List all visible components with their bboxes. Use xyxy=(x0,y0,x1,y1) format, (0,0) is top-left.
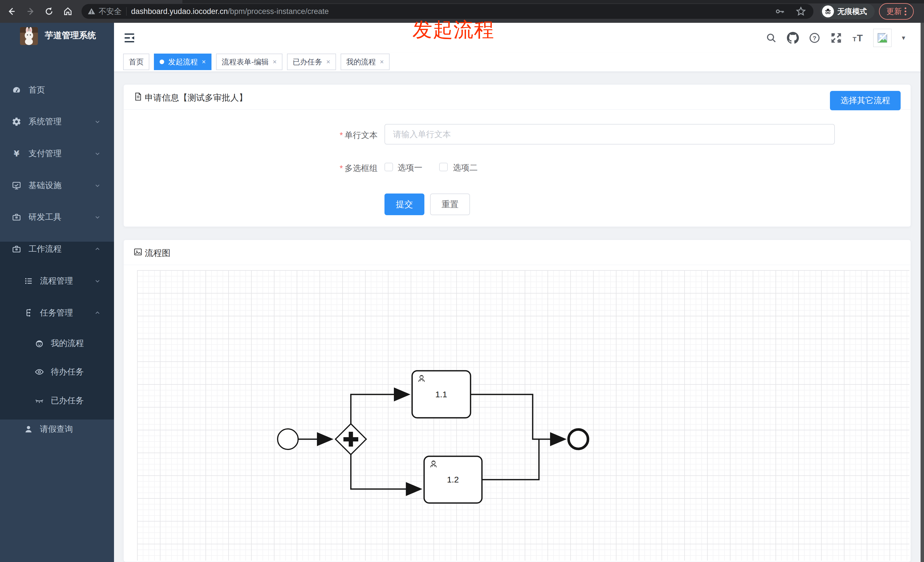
sidebar: 芋道管理系统 首页系统管理¥支付管理基础设施研发工具工作流程流程管理任务管理我的… xyxy=(0,23,114,562)
svg-text:T: T xyxy=(853,36,857,43)
choose-other-process-button[interactable]: 选择其它流程 xyxy=(830,91,901,110)
broken-image-icon xyxy=(876,32,888,44)
browser-active-tab[interactable] xyxy=(0,0,182,3)
view-tabs-bar: 首页发起流程×流程表单-编辑×已办任务×我的流程× xyxy=(114,53,924,72)
help-icon[interactable]: ? xyxy=(808,31,821,44)
eye-closed-icon xyxy=(34,396,45,406)
tab-close-icon[interactable]: × xyxy=(380,58,384,66)
view-tab-label: 发起流程 xyxy=(168,57,198,67)
view-tab-label: 已办任务 xyxy=(293,57,322,67)
sidebar-item-label: 任务管理 xyxy=(40,307,73,319)
chevron-down-icon xyxy=(94,182,101,189)
browser-menu-icon[interactable] xyxy=(904,7,906,15)
view-tab-1[interactable]: 首页 xyxy=(123,54,149,70)
view-tab-label: 首页 xyxy=(129,57,144,67)
submit-button[interactable]: 提交 xyxy=(384,193,424,215)
flow-diagram-card: 流程图 xyxy=(123,240,911,562)
back-icon[interactable] xyxy=(6,6,16,16)
tab-close-icon[interactable]: × xyxy=(273,58,277,66)
avatar-caret-icon[interactable]: ▼ xyxy=(901,35,906,41)
list-icon xyxy=(23,276,34,286)
dashboard-icon xyxy=(11,85,22,95)
search-icon[interactable] xyxy=(765,31,777,44)
user-icon xyxy=(23,424,34,434)
apply-info-card: 申请信息【测试多审批人】 选择其它流程 *单行文本 *多选框组 选项一 选项二 … xyxy=(123,84,911,227)
app-title: 芋道管理系统 xyxy=(45,30,96,41)
logo-row[interactable]: 芋道管理系统 xyxy=(0,25,114,46)
window-scrollbar-strip[interactable] xyxy=(921,23,924,562)
home-icon[interactable] xyxy=(63,6,73,16)
checkbox-option-2-label[interactable]: 选项二 xyxy=(453,162,478,174)
picture-icon xyxy=(134,247,142,258)
forward-icon[interactable] xyxy=(26,6,36,16)
eye-icon xyxy=(34,367,45,377)
svg-text:¥: ¥ xyxy=(14,149,20,159)
sidebar-item-5[interactable]: 研发工具 xyxy=(0,201,114,233)
font-size-icon[interactable]: TT xyxy=(852,31,864,44)
task-1-1-label: 1.1 xyxy=(435,390,447,399)
bookmark-star-icon[interactable] xyxy=(795,6,807,17)
browser-tabstrip xyxy=(0,0,924,3)
chevron-up-icon xyxy=(94,246,101,252)
sidebar-item-1[interactable]: 首页 xyxy=(0,74,114,106)
sidebar-item-7[interactable]: 流程管理 xyxy=(0,265,114,297)
sidebar-item-12[interactable]: 请假查询 xyxy=(0,413,114,445)
view-tab-label: 流程表单-编辑 xyxy=(222,57,269,67)
flow-diagram-title: 流程图 xyxy=(145,247,170,259)
logo-image xyxy=(20,27,38,45)
incognito-badge: 无痕模式 xyxy=(820,4,875,19)
checkbox-option-1-label[interactable]: 选项一 xyxy=(398,162,422,174)
incognito-icon xyxy=(822,5,834,17)
sidebar-item-label: 系统管理 xyxy=(28,116,62,127)
sidebar-item-8[interactable]: 任务管理 xyxy=(0,297,114,329)
sidebar-collapse-icon[interactable] xyxy=(124,33,135,43)
chevron-down-icon xyxy=(94,118,101,125)
warning-icon xyxy=(87,7,96,16)
view-tab-3[interactable]: 流程表单-编辑× xyxy=(216,54,282,70)
sidebar-item-3[interactable]: ¥支付管理 xyxy=(0,138,114,169)
bpmn-user-task-1-1[interactable]: 1.1 xyxy=(412,371,471,418)
checkbox-option-1[interactable] xyxy=(384,163,393,171)
flow-diagram-header: 流程图 xyxy=(124,240,910,265)
bpmn-parallel-gateway[interactable] xyxy=(336,424,366,454)
update-button[interactable]: 更新 xyxy=(879,3,914,19)
toolbox-icon xyxy=(11,212,22,222)
sidebar-item-6[interactable]: 工作流程 xyxy=(0,233,114,265)
sidebar-item-10[interactable]: 待办任务 xyxy=(0,356,114,388)
flow-gateway-task1 xyxy=(351,394,408,424)
avatar[interactable] xyxy=(873,29,891,47)
sidebar-item-2[interactable]: 系统管理 xyxy=(0,106,114,138)
sidebar-item-label: 已办任务 xyxy=(51,395,84,406)
sidebar-item-label: 首页 xyxy=(28,84,45,96)
fullscreen-icon[interactable] xyxy=(830,31,843,44)
bpmn-end-event[interactable] xyxy=(568,430,588,449)
url-path: /bpm/process-instance/create xyxy=(228,7,328,16)
checkbox-option-2[interactable] xyxy=(439,163,448,171)
monitor-icon xyxy=(11,180,22,191)
github-icon[interactable] xyxy=(787,31,799,44)
tab-close-icon[interactable]: × xyxy=(326,58,330,66)
bpmn-canvas[interactable]: 1.1 1.2 xyxy=(137,270,909,561)
chevron-up-icon xyxy=(94,310,101,316)
single-line-text-input[interactable] xyxy=(384,124,835,144)
sidebar-item-4[interactable]: 基础设施 xyxy=(0,169,114,201)
key-icon[interactable] xyxy=(775,6,786,17)
view-tab-2[interactable]: 发起流程× xyxy=(154,54,212,70)
bpmn-start-event[interactable] xyxy=(278,429,298,450)
active-tab-dot xyxy=(160,60,164,64)
briefcase-icon xyxy=(11,244,22,254)
sidebar-item-11[interactable]: 已办任务 xyxy=(0,385,114,417)
page-header: 首页 / 发起流程 ? TT ▼ xyxy=(114,23,924,53)
view-tab-label: 我的流程 xyxy=(346,57,376,67)
tab-close-icon[interactable]: × xyxy=(202,58,206,66)
bpmn-user-task-1-2[interactable]: 1.2 xyxy=(424,456,482,503)
svg-text:T: T xyxy=(857,33,863,43)
reload-icon[interactable] xyxy=(44,6,54,16)
sidebar-item-label: 支付管理 xyxy=(28,148,62,159)
view-tab-5[interactable]: 我的流程× xyxy=(340,54,390,70)
sidebar-item-label: 请假查询 xyxy=(40,424,73,435)
reset-button[interactable]: 重置 xyxy=(430,193,470,215)
view-tab-4[interactable]: 已办任务× xyxy=(287,54,336,70)
sidebar-item-9[interactable]: 我的流程 xyxy=(0,327,114,360)
security-chip[interactable]: 不安全 xyxy=(87,6,122,16)
